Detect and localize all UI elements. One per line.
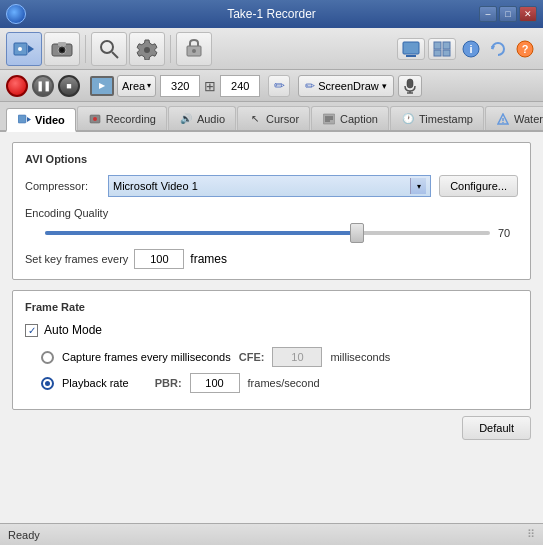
tab-video[interactable]: Video — [6, 108, 76, 132]
keyframe-label-pre: Set key frames every — [25, 253, 128, 265]
title-controls: – □ ✕ — [479, 6, 537, 22]
configure-button[interactable]: Configure... — [439, 175, 518, 197]
resize-grip[interactable]: ⠿ — [527, 528, 535, 541]
avi-options-group: AVI Options Compressor: Microsoft Video … — [12, 142, 531, 280]
keyframe-row: Set key frames every frames — [25, 249, 518, 269]
record-button[interactable] — [6, 75, 28, 97]
tab-bar: Video Recording 🔊 Audio ↖ Cursor Caption… — [0, 102, 543, 132]
cursor-tab-icon: ↖ — [248, 112, 262, 126]
tab-caption[interactable]: Caption — [311, 106, 389, 130]
cfe-input[interactable] — [272, 347, 322, 367]
screendraw-button[interactable]: ✏ ScreenDraw ▾ — [298, 75, 394, 97]
refresh-icon[interactable] — [486, 37, 510, 61]
tab-cursor[interactable]: ↖ Cursor — [237, 106, 310, 130]
timestamp-tab-icon: 🕐 — [401, 112, 415, 126]
slider-fill — [45, 231, 357, 235]
capture-frames-label: Capture frames every milliseconds — [62, 351, 231, 363]
pbr-label: PBR: — [155, 377, 182, 389]
frame-rate-label: Frame Rate — [25, 301, 518, 313]
app-logo — [6, 4, 26, 24]
tab-video-label: Video — [35, 114, 65, 126]
svg-text:i: i — [469, 43, 472, 55]
help-icon[interactable]: ? — [513, 37, 537, 61]
capture-icon[interactable] — [397, 38, 425, 60]
caption-tab-icon — [322, 112, 336, 126]
search-button[interactable] — [91, 32, 127, 66]
compressor-row: Compressor: Microsoft Video 1 ▾ Configur… — [25, 175, 518, 197]
avi-options-label: AVI Options — [25, 153, 518, 165]
tab-audio-label: Audio — [197, 113, 225, 125]
frame-rate-group: Frame Rate ✓ Auto Mode Capture frames ev… — [12, 290, 531, 410]
playback-rate-label: Playback rate — [62, 377, 129, 389]
playback-rate-radio[interactable] — [41, 377, 54, 390]
maximize-button[interactable]: □ — [499, 6, 517, 22]
svg-rect-16 — [434, 50, 441, 56]
default-button-row: Default — [12, 410, 531, 440]
svg-point-36 — [502, 121, 504, 123]
annotate-button[interactable]: ✏ — [268, 75, 290, 97]
content-area: AVI Options Compressor: Microsoft Video … — [0, 132, 543, 523]
svg-point-11 — [192, 49, 196, 53]
svg-line-8 — [112, 52, 118, 58]
keyframe-input[interactable] — [134, 249, 184, 269]
tab-cursor-label: Cursor — [266, 113, 299, 125]
info-icon[interactable]: i — [459, 37, 483, 61]
watermark-tab-icon — [496, 112, 510, 126]
svg-rect-15 — [443, 42, 450, 49]
status-bar: Ready ⠿ — [0, 523, 543, 545]
svg-rect-6 — [58, 42, 66, 46]
minimize-button[interactable]: – — [479, 6, 497, 22]
compressor-label: Compressor: — [25, 180, 100, 192]
tab-watermark[interactable]: Watermark — [485, 106, 543, 130]
svg-marker-27 — [27, 117, 31, 122]
svg-point-29 — [93, 117, 97, 121]
svg-rect-26 — [18, 115, 26, 123]
tool-button[interactable] — [176, 32, 212, 66]
settings-button[interactable] — [129, 32, 165, 66]
auto-mode-checkbox[interactable]: ✓ — [25, 324, 38, 337]
svg-point-2 — [18, 47, 22, 51]
title-bar: Take-1 Recorder – □ ✕ — [0, 0, 543, 28]
toolbar-row1: i ? — [0, 28, 543, 70]
tab-timestamp[interactable]: 🕐 Timestamp — [390, 106, 484, 130]
video-mode-button[interactable] — [6, 32, 42, 66]
tab-timestamp-label: Timestamp — [419, 113, 473, 125]
svg-rect-13 — [406, 55, 416, 57]
monitor-icon: ▶ — [90, 76, 114, 96]
tab-recording[interactable]: Recording — [77, 106, 167, 130]
status-text: Ready — [8, 529, 40, 541]
cfe-unit: milliseconds — [330, 351, 390, 363]
tab-watermark-label: Watermark — [514, 113, 543, 125]
pbr-input[interactable] — [190, 373, 240, 393]
layout-icon[interactable] — [428, 38, 456, 60]
playback-rate-option: Playback rate PBR: frames/second — [41, 373, 518, 393]
pause-button[interactable]: ❚❚ — [32, 75, 54, 97]
tab-caption-label: Caption — [340, 113, 378, 125]
cfe-label: CFE: — [239, 351, 265, 363]
tab-audio[interactable]: 🔊 Audio — [168, 106, 236, 130]
camera-button[interactable] — [44, 32, 80, 66]
svg-text:?: ? — [522, 43, 529, 55]
default-button[interactable]: Default — [462, 416, 531, 440]
link-dimensions-icon[interactable]: ⊞ — [204, 78, 216, 94]
toolbar-row2: ❚❚ ■ ▶ Area ▾ ⊞ ✏ ✏ ScreenDraw ▾ — [0, 70, 543, 102]
stop-button[interactable]: ■ — [58, 75, 80, 97]
auto-mode-row: ✓ Auto Mode — [25, 323, 518, 337]
title-bar-left — [6, 4, 26, 24]
svg-rect-23 — [407, 79, 413, 88]
capture-frames-radio[interactable] — [41, 351, 54, 364]
height-input[interactable] — [220, 75, 260, 97]
tab-recording-label: Recording — [106, 113, 156, 125]
close-button[interactable]: ✕ — [519, 6, 537, 22]
microphone-button[interactable] — [398, 75, 422, 97]
keyframe-label-post: frames — [190, 252, 227, 266]
svg-point-9 — [144, 47, 150, 53]
auto-mode-label: Auto Mode — [44, 323, 102, 337]
pbr-unit: frames/second — [248, 377, 320, 389]
width-input[interactable] — [160, 75, 200, 97]
compressor-select[interactable]: Microsoft Video 1 ▾ — [108, 175, 431, 197]
area-dropdown[interactable]: Area ▾ — [117, 75, 156, 97]
quality-slider-track[interactable] — [45, 231, 490, 235]
svg-rect-14 — [434, 42, 441, 49]
slider-thumb[interactable] — [350, 223, 364, 243]
